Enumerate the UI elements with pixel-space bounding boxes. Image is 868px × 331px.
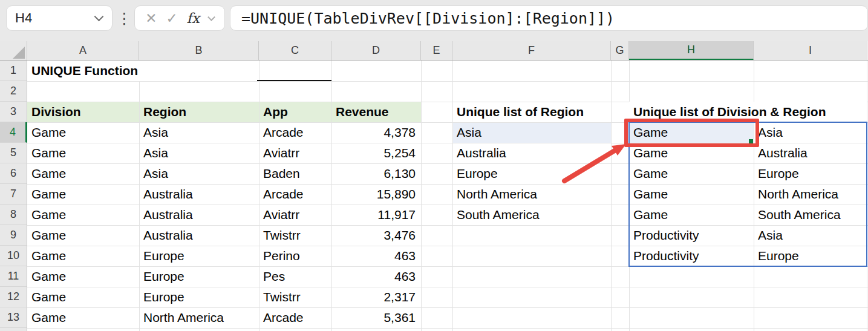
cell-d9[interactable]: 3,476 — [331, 225, 421, 246]
cell-a5[interactable]: Game — [27, 143, 139, 163]
more-options-icon[interactable]: ⋮ — [117, 0, 132, 36]
cell-c9[interactable]: Twistrr — [259, 225, 331, 246]
cell-i4[interactable]: Asia — [754, 122, 867, 143]
name-box[interactable]: H4 — [6, 5, 113, 31]
cell-a12[interactable]: Game — [27, 287, 139, 307]
formula-bar[interactable]: =UNIQUE(TableDivRev[[Division]:[Region]]… — [230, 5, 868, 31]
cell-c6[interactable]: Baden — [259, 163, 331, 184]
cell-f6[interactable]: Europe — [452, 163, 611, 184]
cell-a13[interactable]: Game — [27, 307, 139, 328]
row-header-7[interactable]: 7 — [0, 184, 27, 205]
column-header-g[interactable]: G — [611, 41, 629, 60]
cell-a4[interactable]: Game — [27, 122, 139, 143]
cell-i7[interactable]: North America — [754, 184, 867, 205]
cell-h6[interactable]: Game — [629, 163, 754, 184]
cell-d11[interactable]: 463 — [331, 266, 421, 287]
cell-c12[interactable]: Twistrr — [259, 287, 331, 307]
cell-c5[interactable]: Aviatrr — [259, 143, 331, 163]
cell-h7[interactable]: Game — [629, 184, 754, 205]
cell-d12[interactable]: 2,317 — [331, 287, 421, 307]
cell-a1-title[interactable]: UNIQUE Function — [27, 61, 257, 81]
column-header-c[interactable]: C — [259, 41, 331, 60]
cell-d3-header[interactable]: Revenue — [331, 102, 421, 122]
cell-c10[interactable]: Perino — [259, 246, 331, 266]
formula-text[interactable]: =UNIQUE(TableDivRev[[Division]:[Region]]… — [230, 10, 615, 27]
cell-c4[interactable]: Arcade — [259, 122, 331, 143]
row-header-13[interactable]: 13 — [0, 307, 27, 328]
cell-a8[interactable]: Game — [27, 205, 139, 225]
column-header-b[interactable]: B — [139, 41, 259, 60]
name-box-chevron-down-icon[interactable] — [94, 11, 104, 21]
cell-h5[interactable]: Game — [629, 143, 754, 163]
row-header-2[interactable]: 2 — [0, 81, 27, 102]
row-header-1[interactable]: 1 — [0, 61, 27, 81]
cell-c11[interactable]: Pes — [259, 266, 331, 287]
cell-d6[interactable]: 6,130 — [331, 163, 421, 184]
cell-a10[interactable]: Game — [27, 246, 139, 266]
column-header-h[interactable]: H — [629, 41, 754, 61]
cell-c3-header[interactable]: App — [259, 102, 331, 122]
name-box-value[interactable]: H4 — [7, 10, 96, 26]
cell-b8[interactable]: Australia — [139, 205, 259, 225]
row-header-10[interactable]: 10 — [0, 246, 27, 266]
cell-h3-title[interactable]: Unique list of Division & Region — [629, 102, 867, 122]
fx-chevron-down-icon[interactable] — [207, 13, 215, 21]
cell-d13[interactable]: 5,361 — [331, 307, 421, 328]
cell-f7[interactable]: North America — [452, 184, 611, 205]
cell-f4[interactable]: Asia — [452, 122, 611, 143]
row-header-6[interactable]: 6 — [0, 163, 27, 184]
cell-h10[interactable]: Productivity — [629, 246, 754, 266]
cell-c13[interactable]: Arcade — [259, 307, 331, 328]
cell-b10[interactable]: Europe — [139, 246, 259, 266]
cell-b11[interactable]: Europe — [139, 266, 259, 287]
cell-a3-header[interactable]: Division — [27, 102, 139, 122]
cell-b12[interactable]: Europe — [139, 287, 259, 307]
cell-f8[interactable]: South America — [452, 205, 611, 225]
cell-d8[interactable]: 11,917 — [331, 205, 421, 225]
cell-d4[interactable]: 4,378 — [331, 122, 421, 143]
row-header-4[interactable]: 4 — [0, 122, 27, 143]
cell-a7[interactable]: Game — [27, 184, 139, 205]
cell-b13[interactable]: North America — [139, 307, 259, 328]
row-header-12[interactable]: 12 — [0, 287, 27, 307]
cell-h9[interactable]: Productivity — [629, 225, 754, 246]
cell-d7[interactable]: 15,890 — [331, 184, 421, 205]
cell-d10[interactable]: 463 — [331, 246, 421, 266]
cell-b3-header[interactable]: Region — [139, 102, 259, 122]
cell-a9[interactable]: Game — [27, 225, 139, 246]
cell-c8[interactable]: Aviatrr — [259, 205, 331, 225]
row-header-11[interactable]: 11 — [0, 266, 27, 287]
select-all-corner[interactable] — [0, 41, 27, 61]
row-header-9[interactable]: 9 — [0, 225, 27, 246]
cell-i9[interactable]: Asia — [754, 225, 867, 246]
cell-b4[interactable]: Asia — [139, 122, 259, 143]
cell-b6[interactable]: Asia — [139, 163, 259, 184]
cell-h4[interactable]: Game — [629, 122, 754, 143]
cell-i10[interactable]: Europe — [754, 246, 867, 266]
cell-b5[interactable]: Asia — [139, 143, 259, 163]
column-header-e[interactable]: E — [421, 41, 452, 60]
cell-h8[interactable]: Game — [629, 205, 754, 225]
enter-icon[interactable]: ✓ — [166, 10, 177, 27]
cell-i5[interactable]: Australia — [754, 143, 867, 163]
row-header-8[interactable]: 8 — [0, 205, 27, 225]
cell-f5[interactable]: Australia — [452, 143, 611, 163]
cell-i8[interactable]: South America — [754, 205, 867, 225]
column-header-a[interactable]: A — [27, 41, 139, 60]
column-header-d[interactable]: D — [331, 41, 421, 60]
cell-b9[interactable]: Australia — [139, 225, 259, 246]
cell-b7[interactable]: Australia — [139, 184, 259, 205]
row-header-3[interactable]: 3 — [0, 102, 27, 122]
column-header-f[interactable]: F — [452, 41, 611, 60]
insert-function-icon[interactable]: fx — [186, 10, 199, 26]
cell-f3-title[interactable]: Unique list of Region — [452, 102, 611, 122]
cell-i6[interactable]: Europe — [754, 163, 867, 184]
cell-d5[interactable]: 5,254 — [331, 143, 421, 163]
cancel-icon[interactable]: ✕ — [145, 10, 157, 27]
cell-a6[interactable]: Game — [27, 163, 139, 184]
fill-handle[interactable] — [749, 139, 753, 143]
cell-a11[interactable]: Game — [27, 266, 139, 287]
column-header-i[interactable]: I — [754, 41, 867, 60]
row-header-5[interactable]: 5 — [0, 143, 27, 163]
cell-c7[interactable]: Arcade — [259, 184, 331, 205]
